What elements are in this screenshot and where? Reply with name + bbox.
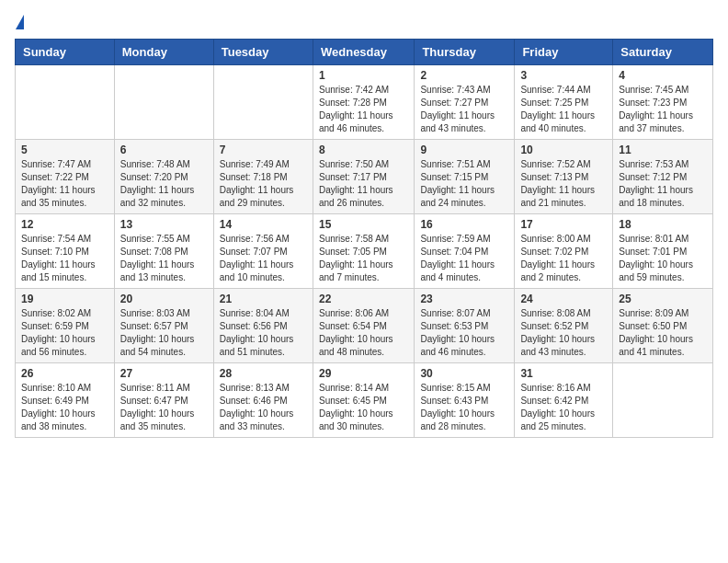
day-number: 15 bbox=[319, 218, 408, 231]
day-number: 10 bbox=[520, 144, 607, 156]
calendar-cell: 25Sunrise: 8:09 AM Sunset: 6:50 PM Dayli… bbox=[613, 289, 713, 363]
day-number: 7 bbox=[220, 144, 307, 156]
day-number: 2 bbox=[420, 69, 508, 82]
calendar-week-row: 19Sunrise: 8:02 AM Sunset: 6:59 PM Dayli… bbox=[16, 289, 713, 363]
day-number: 3 bbox=[520, 69, 607, 82]
day-number: 5 bbox=[21, 144, 108, 156]
day-number: 28 bbox=[220, 367, 307, 380]
day-info: Sunrise: 7:51 AM Sunset: 7:15 PM Dayligh… bbox=[420, 158, 508, 210]
calendar-cell: 20Sunrise: 8:03 AM Sunset: 6:57 PM Dayli… bbox=[114, 289, 213, 363]
calendar-cell: 4Sunrise: 7:45 AM Sunset: 7:23 PM Daylig… bbox=[613, 65, 713, 140]
day-number: 11 bbox=[619, 144, 707, 156]
day-info: Sunrise: 7:50 AM Sunset: 7:17 PM Dayligh… bbox=[319, 158, 408, 210]
day-info: Sunrise: 8:02 AM Sunset: 6:59 PM Dayligh… bbox=[21, 307, 108, 359]
day-number: 23 bbox=[420, 293, 508, 305]
day-info: Sunrise: 7:44 AM Sunset: 7:25 PM Dayligh… bbox=[520, 84, 607, 135]
calendar-cell: 8Sunrise: 7:50 AM Sunset: 7:17 PM Daylig… bbox=[313, 140, 414, 214]
weekday-header-tuesday: Tuesday bbox=[213, 40, 313, 65]
calendar-cell: 10Sunrise: 7:52 AM Sunset: 7:13 PM Dayli… bbox=[515, 140, 613, 214]
calendar-week-row: 12Sunrise: 7:54 AM Sunset: 7:10 PM Dayli… bbox=[16, 214, 713, 289]
day-info: Sunrise: 7:54 AM Sunset: 7:10 PM Dayligh… bbox=[21, 233, 108, 284]
calendar-cell: 18Sunrise: 8:01 AM Sunset: 7:01 PM Dayli… bbox=[613, 214, 713, 289]
day-info: Sunrise: 7:52 AM Sunset: 7:13 PM Dayligh… bbox=[520, 158, 607, 210]
day-info: Sunrise: 7:56 AM Sunset: 7:07 PM Dayligh… bbox=[220, 233, 307, 284]
calendar-cell: 7Sunrise: 7:49 AM Sunset: 7:18 PM Daylig… bbox=[213, 140, 313, 214]
weekday-header-monday: Monday bbox=[114, 40, 213, 65]
weekday-header-thursday: Thursday bbox=[415, 40, 515, 65]
weekday-header-friday: Friday bbox=[515, 40, 613, 65]
day-number: 30 bbox=[420, 367, 508, 380]
day-info: Sunrise: 8:09 AM Sunset: 6:50 PM Dayligh… bbox=[619, 307, 707, 359]
weekday-header-sunday: Sunday bbox=[16, 40, 115, 65]
calendar-cell: 13Sunrise: 7:55 AM Sunset: 7:08 PM Dayli… bbox=[114, 214, 213, 289]
calendar-cell: 11Sunrise: 7:53 AM Sunset: 7:12 PM Dayli… bbox=[613, 140, 713, 214]
calendar-cell: 2Sunrise: 7:43 AM Sunset: 7:27 PM Daylig… bbox=[415, 65, 515, 140]
day-info: Sunrise: 7:42 AM Sunset: 7:28 PM Dayligh… bbox=[319, 84, 408, 135]
calendar-cell: 19Sunrise: 8:02 AM Sunset: 6:59 PM Dayli… bbox=[16, 289, 115, 363]
day-number: 14 bbox=[220, 218, 307, 231]
day-number: 18 bbox=[619, 218, 707, 231]
day-number: 17 bbox=[520, 218, 607, 231]
day-number: 24 bbox=[520, 293, 607, 305]
day-info: Sunrise: 8:13 AM Sunset: 6:46 PM Dayligh… bbox=[220, 382, 307, 433]
calendar-cell: 5Sunrise: 7:47 AM Sunset: 7:22 PM Daylig… bbox=[16, 140, 115, 214]
calendar-cell: 28Sunrise: 8:13 AM Sunset: 6:46 PM Dayli… bbox=[213, 363, 313, 438]
calendar-cell: 15Sunrise: 7:58 AM Sunset: 7:05 PM Dayli… bbox=[313, 214, 414, 289]
calendar-cell: 27Sunrise: 8:11 AM Sunset: 6:47 PM Dayli… bbox=[114, 363, 213, 438]
calendar-cell bbox=[213, 65, 313, 140]
day-info: Sunrise: 8:00 AM Sunset: 7:02 PM Dayligh… bbox=[520, 233, 607, 284]
day-info: Sunrise: 8:01 AM Sunset: 7:01 PM Dayligh… bbox=[619, 233, 707, 284]
calendar-cell: 24Sunrise: 8:08 AM Sunset: 6:52 PM Dayli… bbox=[515, 289, 613, 363]
day-number: 26 bbox=[21, 367, 108, 380]
calendar-cell: 16Sunrise: 7:59 AM Sunset: 7:04 PM Dayli… bbox=[415, 214, 515, 289]
calendar-cell bbox=[114, 65, 213, 140]
day-number: 13 bbox=[120, 218, 208, 231]
calendar-week-row: 5Sunrise: 7:47 AM Sunset: 7:22 PM Daylig… bbox=[16, 140, 713, 214]
calendar-cell: 12Sunrise: 7:54 AM Sunset: 7:10 PM Dayli… bbox=[16, 214, 115, 289]
day-number: 29 bbox=[319, 367, 408, 380]
day-number: 27 bbox=[120, 367, 208, 380]
calendar-week-row: 1Sunrise: 7:42 AM Sunset: 7:28 PM Daylig… bbox=[16, 65, 713, 140]
day-info: Sunrise: 7:59 AM Sunset: 7:04 PM Dayligh… bbox=[420, 233, 508, 284]
logo bbox=[15, 15, 24, 29]
day-number: 25 bbox=[619, 293, 707, 305]
calendar-table: SundayMondayTuesdayWednesdayThursdayFrid… bbox=[15, 39, 713, 438]
day-info: Sunrise: 7:58 AM Sunset: 7:05 PM Dayligh… bbox=[319, 233, 408, 284]
day-info: Sunrise: 8:15 AM Sunset: 6:43 PM Dayligh… bbox=[420, 382, 508, 433]
weekday-header-saturday: Saturday bbox=[613, 40, 713, 65]
weekday-header-wednesday: Wednesday bbox=[313, 40, 414, 65]
day-info: Sunrise: 7:47 AM Sunset: 7:22 PM Dayligh… bbox=[21, 158, 108, 210]
day-info: Sunrise: 8:03 AM Sunset: 6:57 PM Dayligh… bbox=[120, 307, 208, 359]
calendar-cell: 23Sunrise: 8:07 AM Sunset: 6:53 PM Dayli… bbox=[415, 289, 515, 363]
day-info: Sunrise: 7:53 AM Sunset: 7:12 PM Dayligh… bbox=[619, 158, 707, 210]
day-number: 4 bbox=[619, 69, 707, 82]
day-number: 16 bbox=[420, 218, 508, 231]
day-number: 9 bbox=[420, 144, 508, 156]
calendar-cell: 21Sunrise: 8:04 AM Sunset: 6:56 PM Dayli… bbox=[213, 289, 313, 363]
calendar-cell: 29Sunrise: 8:14 AM Sunset: 6:45 PM Dayli… bbox=[313, 363, 414, 438]
day-number: 6 bbox=[120, 144, 208, 156]
day-number: 20 bbox=[120, 293, 208, 305]
calendar-cell: 30Sunrise: 8:15 AM Sunset: 6:43 PM Dayli… bbox=[415, 363, 515, 438]
day-info: Sunrise: 7:43 AM Sunset: 7:27 PM Dayligh… bbox=[420, 84, 508, 135]
calendar-cell: 22Sunrise: 8:06 AM Sunset: 6:54 PM Dayli… bbox=[313, 289, 414, 363]
day-info: Sunrise: 7:45 AM Sunset: 7:23 PM Dayligh… bbox=[619, 84, 707, 135]
calendar-header-row: SundayMondayTuesdayWednesdayThursdayFrid… bbox=[16, 40, 713, 65]
day-info: Sunrise: 7:48 AM Sunset: 7:20 PM Dayligh… bbox=[120, 158, 208, 210]
day-number: 1 bbox=[319, 69, 408, 82]
day-info: Sunrise: 7:55 AM Sunset: 7:08 PM Dayligh… bbox=[120, 233, 208, 284]
page-header bbox=[15, 15, 713, 29]
day-info: Sunrise: 8:16 AM Sunset: 6:42 PM Dayligh… bbox=[520, 382, 607, 433]
day-info: Sunrise: 8:11 AM Sunset: 6:47 PM Dayligh… bbox=[120, 382, 208, 433]
calendar-cell: 9Sunrise: 7:51 AM Sunset: 7:15 PM Daylig… bbox=[415, 140, 515, 214]
calendar-cell bbox=[613, 363, 713, 438]
logo-triangle-icon bbox=[16, 15, 24, 29]
day-info: Sunrise: 8:14 AM Sunset: 6:45 PM Dayligh… bbox=[319, 382, 408, 433]
calendar-week-row: 26Sunrise: 8:10 AM Sunset: 6:49 PM Dayli… bbox=[16, 363, 713, 438]
calendar-cell: 31Sunrise: 8:16 AM Sunset: 6:42 PM Dayli… bbox=[515, 363, 613, 438]
day-info: Sunrise: 8:04 AM Sunset: 6:56 PM Dayligh… bbox=[220, 307, 307, 359]
day-number: 22 bbox=[319, 293, 408, 305]
calendar-cell bbox=[16, 65, 115, 140]
day-info: Sunrise: 8:06 AM Sunset: 6:54 PM Dayligh… bbox=[319, 307, 408, 359]
day-info: Sunrise: 7:49 AM Sunset: 7:18 PM Dayligh… bbox=[220, 158, 307, 210]
